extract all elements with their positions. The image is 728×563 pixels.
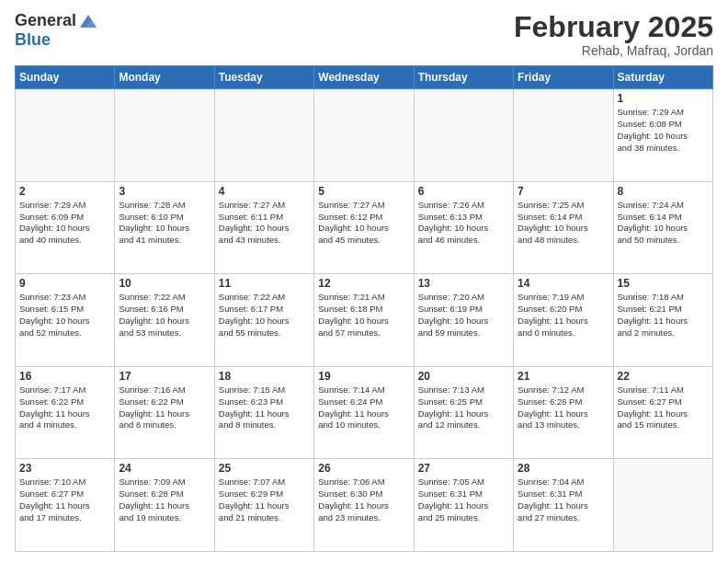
day-info: Daylight: 11 hours <box>618 408 709 420</box>
day-header-sunday: Sunday <box>16 66 115 89</box>
day-info: Sunrise: 7:22 AM <box>119 292 210 304</box>
day-info: Sunrise: 7:09 AM <box>119 477 210 488</box>
day-info: Sunset: 6:27 PM <box>618 396 709 408</box>
day-info: and 8 minutes. <box>219 419 310 431</box>
day-info: Daylight: 10 hours <box>119 316 210 327</box>
day-info: and 59 minutes. <box>418 327 509 339</box>
calendar-cell <box>414 89 513 182</box>
day-number: 27 <box>418 462 509 475</box>
calendar-cell: 24Sunrise: 7:09 AMSunset: 6:28 PMDayligh… <box>115 459 214 552</box>
calendar-cell: 22Sunrise: 7:11 AMSunset: 6:27 PMDayligh… <box>613 366 712 459</box>
day-info: Daylight: 10 hours <box>418 223 509 235</box>
day-header-thursday: Thursday <box>414 66 513 89</box>
day-info: Sunset: 6:14 PM <box>618 212 709 224</box>
day-info: Sunrise: 7:25 AM <box>518 200 609 212</box>
day-number: 25 <box>219 462 310 475</box>
day-info: Sunrise: 7:27 AM <box>318 200 409 212</box>
day-info: Daylight: 10 hours <box>518 223 609 235</box>
calendar-cell: 8Sunrise: 7:24 AMSunset: 6:14 PMDaylight… <box>613 181 712 274</box>
day-info: Sunrise: 7:15 AM <box>219 385 310 396</box>
day-info: Sunset: 6:31 PM <box>418 488 509 500</box>
day-header-tuesday: Tuesday <box>214 66 313 89</box>
calendar-cell: 17Sunrise: 7:16 AMSunset: 6:22 PMDayligh… <box>115 366 214 459</box>
calendar-cell: 23Sunrise: 7:10 AMSunset: 6:27 PMDayligh… <box>16 459 115 552</box>
calendar-cell: 12Sunrise: 7:21 AMSunset: 6:18 PMDayligh… <box>314 274 414 367</box>
day-info: and 15 minutes. <box>618 419 709 431</box>
day-info: Sunrise: 7:10 AM <box>19 477 110 488</box>
day-info: Sunset: 6:20 PM <box>518 304 609 316</box>
calendar-cell: 7Sunrise: 7:25 AMSunset: 6:14 PMDaylight… <box>514 181 613 274</box>
day-info: Sunrise: 7:28 AM <box>119 200 210 212</box>
day-number: 3 <box>119 185 210 198</box>
day-info: Sunset: 6:13 PM <box>418 212 509 224</box>
calendar-cell: 20Sunrise: 7:13 AMSunset: 6:25 PMDayligh… <box>414 366 513 459</box>
day-info: Sunset: 6:27 PM <box>19 488 110 500</box>
day-number: 28 <box>518 462 609 475</box>
day-info: Daylight: 11 hours <box>518 408 609 420</box>
day-number: 5 <box>318 185 409 198</box>
day-info: Daylight: 10 hours <box>318 223 409 235</box>
day-info: Sunrise: 7:23 AM <box>19 292 110 304</box>
day-number: 24 <box>119 462 210 475</box>
day-info: Daylight: 11 hours <box>219 500 310 512</box>
day-info: and 45 minutes. <box>318 235 409 247</box>
day-info: Sunrise: 7:16 AM <box>119 385 210 396</box>
day-info: Sunrise: 7:19 AM <box>518 292 609 304</box>
day-info: and 21 minutes. <box>219 512 310 524</box>
day-number: 12 <box>318 277 409 290</box>
day-info: Daylight: 10 hours <box>219 223 310 235</box>
day-number: 26 <box>318 462 409 475</box>
day-info: Sunset: 6:30 PM <box>318 488 409 500</box>
logo-general: General <box>15 12 76 30</box>
day-header-friday: Friday <box>514 66 613 89</box>
day-number: 11 <box>219 277 310 290</box>
day-info: Daylight: 11 hours <box>318 408 409 420</box>
day-info: Sunset: 6:29 PM <box>219 488 310 500</box>
day-info: Daylight: 11 hours <box>19 408 110 420</box>
day-info: Sunrise: 7:13 AM <box>418 385 509 396</box>
title-block: February 2025 Rehab, Mafraq, Jordan <box>514 11 713 58</box>
day-info: and 0 minutes. <box>518 327 609 339</box>
calendar-cell: 27Sunrise: 7:05 AMSunset: 6:31 PMDayligh… <box>414 459 513 552</box>
day-info: Daylight: 10 hours <box>219 316 310 327</box>
calendar-cell: 26Sunrise: 7:06 AMSunset: 6:30 PMDayligh… <box>314 459 414 552</box>
day-info: Sunrise: 7:17 AM <box>19 385 110 396</box>
calendar-table: SundayMondayTuesdayWednesdayThursdayFrid… <box>15 65 713 552</box>
day-number: 7 <box>518 185 609 198</box>
calendar-cell <box>314 89 414 182</box>
day-info: Sunrise: 7:27 AM <box>219 200 310 212</box>
day-info: Sunset: 6:25 PM <box>418 396 509 408</box>
day-info: Sunrise: 7:29 AM <box>618 107 709 119</box>
day-info: and 23 minutes. <box>318 512 409 524</box>
day-info: and 10 minutes. <box>318 419 409 431</box>
day-info: Daylight: 10 hours <box>19 223 110 235</box>
day-info: Daylight: 11 hours <box>618 316 709 327</box>
calendar-cell: 13Sunrise: 7:20 AMSunset: 6:19 PMDayligh… <box>414 274 513 367</box>
calendar-cell: 11Sunrise: 7:22 AMSunset: 6:17 PMDayligh… <box>214 274 313 367</box>
day-info: Sunrise: 7:20 AM <box>418 292 509 304</box>
calendar-cell: 21Sunrise: 7:12 AMSunset: 6:26 PMDayligh… <box>514 366 613 459</box>
day-info: and 41 minutes. <box>119 235 210 247</box>
calendar-cell: 9Sunrise: 7:23 AMSunset: 6:15 PMDaylight… <box>16 274 115 367</box>
day-info: Sunset: 6:08 PM <box>618 119 709 131</box>
day-number: 16 <box>19 370 110 383</box>
day-number: 19 <box>318 370 409 383</box>
calendar-cell: 10Sunrise: 7:22 AMSunset: 6:16 PMDayligh… <box>115 274 214 367</box>
day-info: Daylight: 11 hours <box>518 316 609 327</box>
calendar-cell: 6Sunrise: 7:26 AMSunset: 6:13 PMDaylight… <box>414 181 513 274</box>
day-number: 10 <box>119 277 210 290</box>
day-info: Sunset: 6:09 PM <box>19 212 110 224</box>
day-info: Daylight: 11 hours <box>418 500 509 512</box>
day-info: Sunset: 6:26 PM <box>518 396 609 408</box>
day-info: Daylight: 11 hours <box>19 500 110 512</box>
calendar-cell: 19Sunrise: 7:14 AMSunset: 6:24 PMDayligh… <box>314 366 414 459</box>
day-info: and 4 minutes. <box>19 419 110 431</box>
day-info: Sunset: 6:22 PM <box>19 396 110 408</box>
day-number: 18 <box>219 370 310 383</box>
calendar-cell <box>115 89 214 182</box>
day-header-wednesday: Wednesday <box>314 66 414 89</box>
day-info: Daylight: 10 hours <box>618 131 709 143</box>
day-info: and 53 minutes. <box>119 327 210 339</box>
calendar-cell: 15Sunrise: 7:18 AMSunset: 6:21 PMDayligh… <box>613 274 712 367</box>
calendar-cell: 28Sunrise: 7:04 AMSunset: 6:31 PMDayligh… <box>514 459 613 552</box>
